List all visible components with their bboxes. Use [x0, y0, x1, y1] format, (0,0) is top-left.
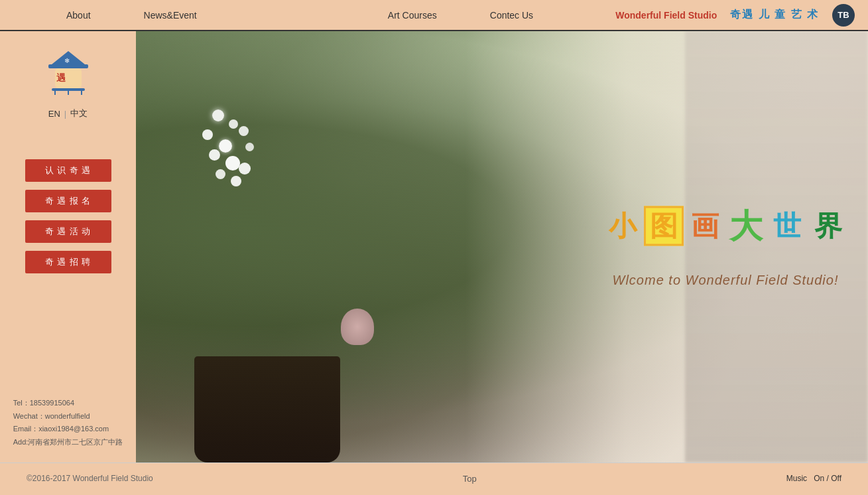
language-switcher: EN | 中文	[48, 107, 88, 119]
nav-about[interactable]: About	[66, 10, 91, 21]
vase	[194, 356, 340, 462]
footer-copyright: ©2016-2017 Wonderful Field Studio	[27, 474, 153, 483]
main-wrapper: ❄ 遇 EN | 中文 认 识 奇 遇 奇 遇 报 名 奇 遇 活 动 奇 遇	[0, 31, 868, 462]
contact-tel: Tel：18539915064	[13, 397, 123, 410]
pink-flower	[341, 309, 381, 355]
flower-cluster	[172, 96, 292, 242]
lang-en-button[interactable]: EN	[48, 109, 60, 119]
char-xiao: 小	[603, 206, 643, 246]
char-da: 大	[726, 206, 766, 246]
contact-wechat: Wechat：wonderfulfield	[13, 410, 123, 423]
sidebar-btn-register[interactable]: 奇 遇 报 名	[25, 190, 111, 212]
lang-separator: |	[64, 109, 66, 119]
svg-text:遇: 遇	[56, 72, 66, 83]
hero-title-chinese: 小 图 画 大 世 界	[603, 206, 848, 246]
svg-rect-5	[52, 88, 85, 91]
footer: ©2016-2017 Wonderful Field Studio Top Mu…	[0, 462, 868, 494]
footer-music-sep: /	[827, 474, 829, 483]
sidebar-btn-about[interactable]: 认 识 奇 遇	[25, 159, 111, 182]
hero-welcome-text: Wlcome to Wonderful Field Studio!	[603, 273, 848, 288]
footer-music-label: Music	[786, 474, 807, 483]
top-nav: About News&Event Art Courses Contec Us W…	[0, 0, 868, 31]
char-jie: 界	[808, 206, 848, 246]
nav-contact[interactable]: Contec Us	[490, 10, 533, 21]
nav-right: Wonderful Field Studio 奇遇 儿 童 艺 术 TB	[592, 4, 855, 27]
char-shi: 世	[767, 206, 807, 246]
contact-info: Tel：18539915064 Wechat：wonderfulfield Em…	[3, 384, 133, 462]
char-tu: 图	[644, 206, 684, 246]
contact-email: Email：xiaoxi1984@163.com	[13, 423, 123, 436]
sidebar-btn-activity[interactable]: 奇 遇 活 动	[25, 220, 111, 243]
footer-top-link[interactable]: Top	[463, 474, 477, 484]
footer-music-control: Music On / Off	[786, 474, 841, 483]
nav-courses[interactable]: Art Courses	[388, 10, 437, 21]
user-avatar[interactable]: TB	[832, 4, 855, 27]
svg-rect-0	[48, 64, 88, 68]
char-hua: 画	[685, 206, 725, 246]
brand-chinese: 奇遇 儿 童 艺 术	[730, 8, 819, 22]
site-logo: ❄ 遇	[42, 44, 95, 98]
nav-news[interactable]: News&Event	[144, 10, 197, 21]
sidebar-buttons: 认 识 奇 遇 奇 遇 报 名 奇 遇 活 动 奇 遇 招 聘	[25, 159, 111, 273]
svg-text:❄: ❄	[64, 57, 70, 64]
nav-left-links: About News&Event	[13, 10, 329, 21]
hero-text-area: 小 图 画 大 世 界 Wlcome to Wonderful Field St…	[603, 206, 848, 288]
sidebar-btn-recruit[interactable]: 奇 遇 招 聘	[25, 251, 111, 273]
sidebar: ❄ 遇 EN | 中文 认 识 奇 遇 奇 遇 报 名 奇 遇 活 动 奇 遇	[0, 31, 136, 462]
brand-english: Wonderful Field Studio	[615, 10, 717, 21]
nav-center-links: Art Courses Contec Us	[329, 10, 591, 21]
lang-cn-button[interactable]: 中文	[70, 107, 88, 119]
contact-address: Add:河南省郑州市二七区京广中路	[13, 436, 123, 449]
footer-music-off[interactable]: Off	[831, 474, 841, 483]
footer-music-on[interactable]: On	[814, 474, 824, 483]
hero-area: 小 图 画 大 世 界 Wlcome to Wonderful Field St…	[136, 31, 868, 462]
